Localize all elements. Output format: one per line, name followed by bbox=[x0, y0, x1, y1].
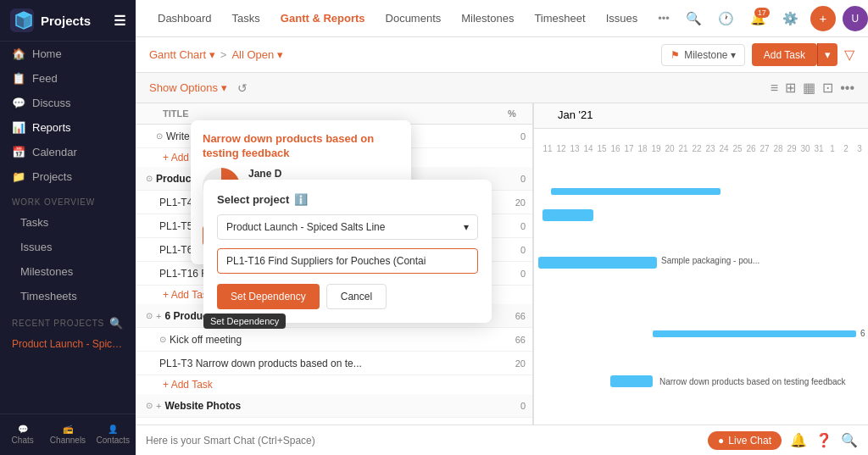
group-pct: 0 bbox=[498, 174, 526, 184]
filter-icon-btn[interactable]: ▽ bbox=[844, 47, 854, 63]
task-pct: 20 bbox=[498, 358, 526, 369]
tool-icon-btn[interactable]: ⚙️ bbox=[778, 6, 804, 31]
clock-icon-btn[interactable]: 🕐 bbox=[714, 6, 739, 31]
col-pct-header: % bbox=[498, 108, 526, 119]
breadcrumb-view[interactable]: Gantt Chart ▾ bbox=[149, 48, 215, 61]
add-icon-btn[interactable]: + bbox=[810, 6, 836, 31]
footer-contacts[interactable]: 👤 Contacts bbox=[91, 421, 136, 448]
toolbar: Gantt Chart ▾ > All Open ▾ ⚑ Milestone ▾… bbox=[136, 37, 868, 73]
recent-project-item[interactable]: Product Launch - Spice… bbox=[0, 333, 136, 355]
notifications-icon-bottom[interactable]: 🔔 bbox=[790, 432, 807, 448]
timeline-months: Jan '21 bbox=[534, 108, 868, 121]
set-dependency-modal[interactable]: Select project ℹ️ Product Launch - Spice… bbox=[203, 180, 492, 323]
table-row[interactable]: PL1-T3 Narrow down products based on te.… bbox=[136, 352, 532, 375]
nav-issues[interactable]: Issues bbox=[598, 7, 647, 30]
timeline-days bbox=[534, 121, 868, 123]
nav-documents[interactable]: Documents bbox=[377, 7, 450, 30]
breadcrumb-sep: > bbox=[220, 48, 227, 61]
cancel-dependency-button[interactable]: Cancel bbox=[326, 284, 387, 309]
view-icon-4[interactable]: ⊡ bbox=[822, 80, 833, 96]
table-row-group[interactable]: ⊙ + Website Photos 0 bbox=[136, 394, 532, 418]
search-icon-bottom[interactable]: 🔍 bbox=[841, 432, 858, 448]
sidebar-nav-projects[interactable]: 📁 Projects bbox=[0, 164, 136, 189]
bar-row-t6: Sample packaging - pou... bbox=[534, 251, 868, 275]
group3-add-icon[interactable]: + bbox=[156, 401, 161, 411]
sidebar-footer: 💬 Chats 📻 Channels 👤 Contacts bbox=[0, 413, 136, 455]
topnav: Dashboard Tasks Gantt & Reports Document… bbox=[136, 0, 868, 37]
view-icon-3[interactable]: ▦ bbox=[803, 80, 815, 96]
bar-row-narrow: Narrow down products based on testing fe… bbox=[534, 369, 868, 393]
subtask-icon: ⊙ bbox=[159, 335, 166, 344]
table-row[interactable]: ⊙ Kick off meeting 66 bbox=[136, 328, 532, 352]
user-avatar[interactable]: U bbox=[843, 6, 868, 31]
task-pct: 0 bbox=[498, 131, 526, 141]
bar-sample-pkg: Sample packaging - pou... bbox=[538, 257, 657, 269]
live-chat-icon: ● bbox=[718, 435, 724, 447]
view-icon-1[interactable]: ≡ bbox=[771, 80, 778, 96]
footer-channels[interactable]: 📻 Channels bbox=[45, 421, 90, 448]
nav-timesheet[interactable]: Timesheet bbox=[526, 7, 593, 30]
add-task-dropdown-button[interactable]: ▾ bbox=[817, 43, 837, 66]
live-chat-button[interactable]: ● Live Chat bbox=[708, 431, 782, 450]
sidebar-nav-calendar[interactable]: 📅 Calendar bbox=[0, 140, 136, 164]
subtoolbar: Show Options ▾ ↺ ≡ ⊞ ▦ ⊡ ••• bbox=[136, 73, 868, 103]
group2-collapse-icon[interactable]: ⊙ bbox=[146, 311, 153, 320]
group2-add-icon[interactable]: + bbox=[156, 311, 161, 321]
group3-collapse-icon[interactable]: ⊙ bbox=[146, 401, 153, 410]
gantt-timeline-header: Jan '21 bbox=[534, 103, 868, 129]
projects-icon: 📁 bbox=[12, 170, 25, 183]
view-icon-2[interactable]: ⊞ bbox=[785, 80, 796, 96]
notification-badge: 17 bbox=[754, 8, 770, 18]
bar-row-kickoff bbox=[534, 346, 868, 369]
search-recent-icon[interactable]: 🔍 bbox=[109, 317, 124, 330]
sidebar-item-milestones[interactable]: Milestones bbox=[0, 259, 136, 284]
help-icon-bottom[interactable]: ❓ bbox=[815, 432, 832, 448]
nav-more[interactable]: ••• bbox=[649, 7, 678, 30]
sidebar-item-timesheets[interactable]: Timesheets bbox=[0, 284, 136, 308]
add-task-button[interactable]: Add Task bbox=[752, 43, 817, 66]
breadcrumb-filter[interactable]: All Open ▾ bbox=[231, 48, 282, 61]
nav-milestones[interactable]: Milestones bbox=[453, 7, 522, 30]
bar-row-add2 bbox=[534, 298, 868, 322]
sidebar-nav-discuss[interactable]: 💬 Discuss bbox=[0, 91, 136, 115]
sidebar-item-tasks[interactable]: Tasks bbox=[0, 210, 136, 235]
sidebar-nav-home[interactable]: 🏠 Home bbox=[0, 42, 136, 66]
add-task-link-3[interactable]: + Add Task bbox=[136, 375, 532, 394]
search-icon-btn[interactable]: 🔍 bbox=[682, 6, 707, 31]
dep-modal-title: Select project ℹ️ bbox=[217, 193, 478, 206]
sidebar-nav-feed[interactable]: 📋 Feed bbox=[0, 66, 136, 91]
sidebar-nav-projects-label: Projects bbox=[32, 170, 72, 183]
breadcrumb: Gantt Chart ▾ > All Open ▾ bbox=[149, 48, 283, 61]
project-select[interactable]: Product Launch - Spiced Salts Line ▾ bbox=[217, 214, 478, 240]
footer-chats[interactable]: 💬 Chats bbox=[0, 421, 45, 448]
bell-icon-btn[interactable]: 🔔 17 bbox=[746, 6, 771, 31]
bar-row-group2: 6 Products Selecte... bbox=[534, 322, 868, 346]
bottombar: ● Live Chat 🔔 ❓ 🔍 bbox=[136, 424, 868, 455]
sidebar-menu-icon[interactable]: ☰ bbox=[114, 13, 125, 29]
chats-icon: 💬 bbox=[18, 424, 28, 434]
gantt-chart: Jan '21 Sample bbox=[534, 103, 868, 424]
bar-row-add1 bbox=[534, 156, 868, 180]
group3-pct: 0 bbox=[498, 401, 526, 411]
content-area: TITLE % ⊙ Write packaging copy 0 + Add T… bbox=[136, 103, 868, 424]
smart-chat-input[interactable] bbox=[146, 435, 701, 447]
subtoolbar-right: ≡ ⊞ ▦ ⊡ ••• bbox=[771, 80, 854, 96]
nav-gantt-reports[interactable]: Gantt & Reports bbox=[272, 7, 374, 30]
add-task-group: Add Task ▾ bbox=[752, 43, 837, 66]
show-options-button[interactable]: Show Options ▾ bbox=[149, 81, 227, 94]
dep-task-field[interactable]: PL1-T16 Find Suppliers for Pouches (Cont… bbox=[217, 248, 478, 274]
task-collapse-icon[interactable]: ⊙ bbox=[156, 131, 163, 141]
sidebar-nav-calendar-label: Calendar bbox=[32, 146, 77, 158]
sidebar-nav-reports[interactable]: 📊 Reports bbox=[0, 115, 136, 140]
nav-tasks[interactable]: Tasks bbox=[224, 7, 269, 30]
view-more-icon[interactable]: ••• bbox=[840, 80, 854, 96]
sidebar-item-issues[interactable]: Issues bbox=[0, 235, 136, 259]
sidebar: Projects ☰ 🏠 Home 📋 Feed 💬 Discuss 📊 Rep… bbox=[0, 0, 136, 455]
nav-dashboard[interactable]: Dashboard bbox=[149, 7, 220, 30]
milestone-button[interactable]: ⚑ Milestone ▾ bbox=[661, 44, 745, 66]
set-dependency-button[interactable]: Set Dependency bbox=[217, 284, 320, 309]
chevron-down-icon: ▾ bbox=[464, 221, 469, 233]
dep-actions: Set Dependency Cancel bbox=[217, 284, 478, 309]
group-collapse-icon[interactable]: ⊙ bbox=[146, 174, 153, 183]
reset-button[interactable]: ↺ bbox=[237, 81, 248, 95]
